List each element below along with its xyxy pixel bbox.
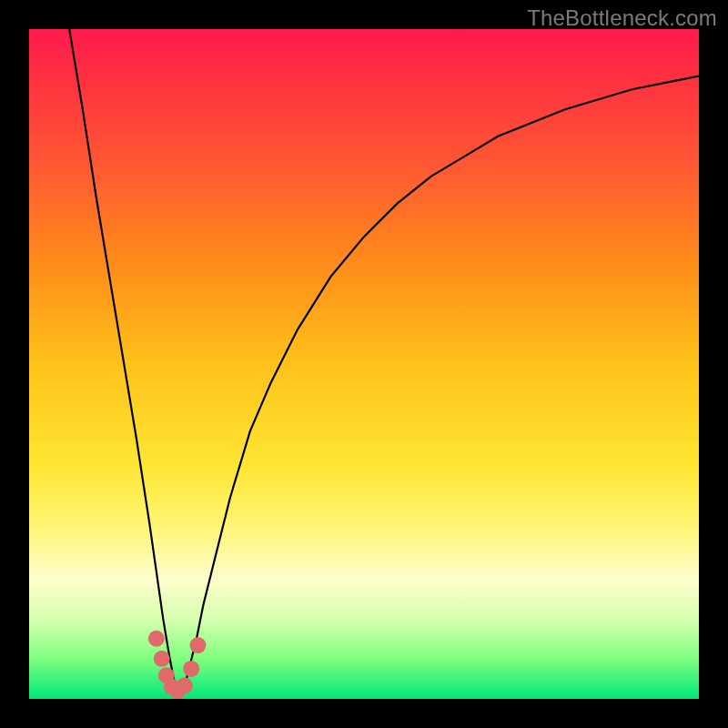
chart-svg [29, 29, 699, 699]
bottleneck-curve [69, 29, 699, 693]
marker-dot [189, 637, 206, 653]
marker-dot [148, 631, 165, 647]
chart-plot-area [29, 29, 699, 699]
chart-frame: TheBottleneck.com [0, 0, 728, 728]
marker-dot [177, 677, 193, 693]
curve-min-markers [148, 631, 207, 699]
watermark-text: TheBottleneck.com [527, 5, 717, 31]
marker-dot [154, 651, 170, 667]
marker-dot [183, 661, 199, 677]
